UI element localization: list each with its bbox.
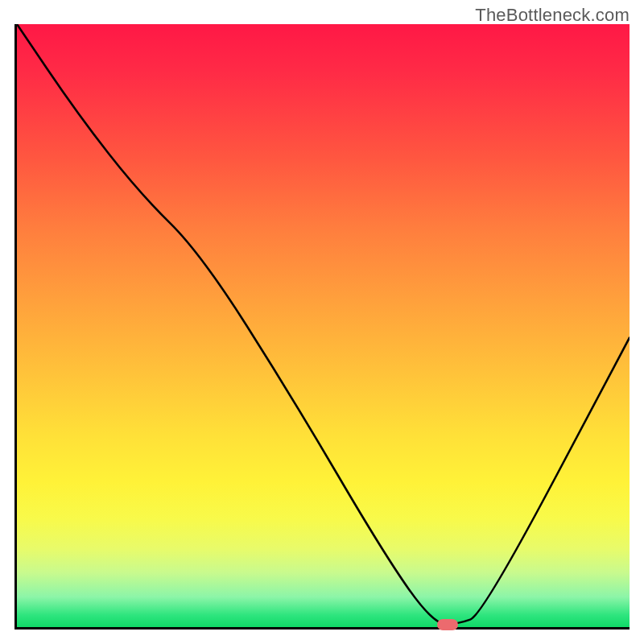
chart-plot-area — [14, 24, 630, 630]
watermark-text: TheBottleneck.com — [475, 5, 630, 26]
optimal-marker — [437, 619, 458, 630]
gradient-background — [17, 24, 630, 627]
